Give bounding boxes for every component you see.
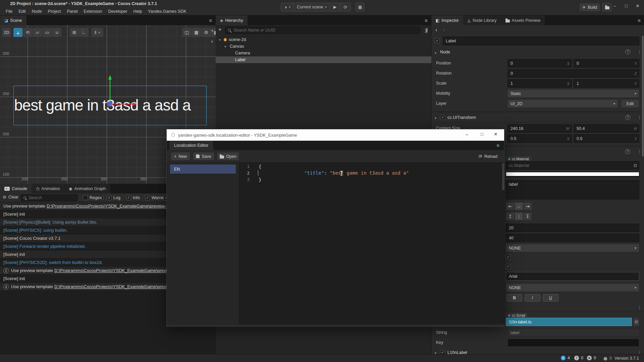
status-info[interactable]: i 4 bbox=[561, 356, 570, 360]
menu-item-extension[interactable]: Extension bbox=[80, 8, 105, 15]
regex-checkbox[interactable] bbox=[83, 195, 88, 200]
menu-item-edit[interactable]: Edit bbox=[15, 8, 29, 15]
pin-icon[interactable] bbox=[427, 28, 427, 33]
chevron-down-icon[interactable]: ▾ bbox=[435, 116, 439, 120]
mobility-select[interactable]: Static▾ bbox=[507, 89, 639, 98]
tab-scene[interactable]: ◪ Scene bbox=[0, 15, 26, 25]
console-clear-button[interactable]: ⊘ Clear bbox=[3, 194, 18, 199]
log-link[interactable]: D:\Programms\CocosProjects\YSDK_ExampleG… bbox=[47, 203, 180, 209]
tree-node-label-selected[interactable]: Label bbox=[216, 56, 431, 63]
align-middle-button[interactable]: ↕ bbox=[515, 212, 523, 220]
tab-assets-preview[interactable]: Assets Preview bbox=[501, 15, 545, 25]
tab-console[interactable]: >_ Console bbox=[0, 184, 32, 193]
font-size-field[interactable]: 20 bbox=[506, 224, 639, 232]
snap-button[interactable]: ⊞ bbox=[70, 28, 79, 37]
position-y-field[interactable]: 0Y bbox=[574, 59, 639, 67]
align-top-button[interactable]: ↥ bbox=[506, 212, 515, 220]
italic-button[interactable]: I bbox=[525, 294, 540, 302]
reload-button[interactable]: ⟳Reload bbox=[475, 152, 501, 161]
play-button[interactable]: ▶ bbox=[330, 3, 340, 11]
tab-node-library[interactable]: ◬ Node Library bbox=[463, 15, 501, 25]
rotation-z-field[interactable]: 0Z bbox=[507, 69, 639, 78]
gizmo-settings-button[interactable]: ‖▾ bbox=[91, 28, 103, 37]
color-swatch[interactable] bbox=[506, 172, 639, 177]
create-node-button[interactable]: + bbox=[218, 27, 221, 33]
build-button[interactable]: ✈ Build bbox=[579, 3, 600, 11]
editor-scrollbar[interactable] bbox=[502, 163, 504, 190]
menu-item-project[interactable]: Project bbox=[45, 8, 64, 15]
help-icon[interactable]: ? bbox=[625, 149, 630, 154]
back-icon[interactable]: ‹ bbox=[435, 27, 437, 33]
tab-animation-graph[interactable]: ◉ Animation Graph bbox=[64, 184, 110, 193]
tab-localization-editor[interactable]: Localization Editor bbox=[169, 141, 213, 150]
menu-item-yandex-games-sdk[interactable]: Yandex.Games SDK bbox=[145, 8, 189, 15]
tree-node-scene-2d[interactable]: ▾ scene-2d bbox=[216, 36, 431, 43]
scale-tool-button[interactable]: ▱ bbox=[33, 28, 42, 37]
label-more-icon[interactable]: ⋮ bbox=[637, 149, 642, 154]
status-warnings[interactable]: ! 0 bbox=[574, 356, 583, 360]
filter-log[interactable]: ✓ Log bbox=[107, 195, 120, 200]
hierarchy-search[interactable] bbox=[225, 27, 420, 34]
uitransform-checkbox[interactable]: ✓ bbox=[440, 115, 445, 120]
inspector-scrollbar[interactable] bbox=[642, 36, 644, 156]
label-option-checkbox[interactable]: ✓ bbox=[506, 255, 511, 260]
node-active-checkbox[interactable]: ✓ bbox=[435, 38, 440, 43]
uitransform-more-icon[interactable]: ⋮ bbox=[637, 115, 642, 120]
refresh-button[interactable]: ⟳ bbox=[340, 3, 351, 11]
bmfont-select[interactable]: NONE▾ bbox=[506, 283, 639, 292]
close-button[interactable]: ✕ bbox=[633, 2, 643, 9]
dialog-close-icon[interactable]: ✕ bbox=[491, 132, 501, 137]
help-icon[interactable]: ? bbox=[625, 115, 630, 120]
anchor-y-field[interactable]: 0.5Y bbox=[574, 134, 639, 143]
maximize-button[interactable]: □ bbox=[621, 2, 631, 9]
asset-picker-icon[interactable]: ⊡ bbox=[634, 163, 637, 168]
layer-edit-button[interactable]: Edit bbox=[621, 99, 639, 108]
help-icon[interactable]: ? bbox=[625, 49, 630, 54]
tab-hierarchy[interactable]: ◈ Hierarchy bbox=[216, 15, 248, 25]
layout-grid-button[interactable]: ▦ bbox=[356, 3, 365, 11]
align-left-button[interactable]: ⇤ bbox=[506, 202, 515, 210]
scale-y-field[interactable]: 1Y bbox=[574, 79, 639, 88]
scene-select[interactable]: Current scene▾ bbox=[294, 3, 330, 11]
content-width-field[interactable]: 240.16W bbox=[507, 124, 572, 133]
console-search[interactable] bbox=[21, 194, 78, 201]
new-button[interactable]: +New bbox=[171, 152, 190, 161]
scene-menu-icon[interactable]: ≡ bbox=[209, 17, 212, 23]
forward-icon[interactable]: › bbox=[443, 27, 445, 33]
chevron-down-icon[interactable]: ▾ bbox=[224, 45, 228, 48]
script-file-field[interactable]: l10n-label.ts bbox=[506, 318, 632, 326]
hierarchy-menu-icon[interactable]: ≡ bbox=[425, 17, 428, 23]
inspector-menu-icon[interactable]: ≡ bbox=[638, 17, 641, 23]
tab-inspector[interactable]: ◧ Inspector bbox=[431, 15, 463, 25]
tree-node-camera[interactable]: Camera bbox=[216, 50, 431, 56]
camera-button[interactable]: ▦ bbox=[192, 28, 201, 37]
dialog-titlebar[interactable]: yandex-games-sdk.localization-editor - Y… bbox=[167, 129, 504, 141]
dialog-minimize-icon[interactable]: – bbox=[462, 132, 472, 137]
info-checkbox[interactable]: ✓ bbox=[126, 195, 131, 200]
language-item-en[interactable]: EN bbox=[170, 165, 236, 174]
align-right-button[interactable]: ⇥ bbox=[523, 202, 532, 210]
dialog-maximize-icon[interactable]: □ bbox=[477, 132, 487, 137]
chevron-down-icon[interactable]: ▾ bbox=[435, 51, 439, 55]
filter-regex[interactable]: Regex bbox=[83, 195, 102, 200]
align-center-button[interactable]: ↔ bbox=[515, 202, 523, 210]
json-code-editor[interactable]: 1 { 2 "title": "best game in t3asd a asd… bbox=[239, 163, 505, 325]
gizmo-plus-icon[interactable]: + bbox=[211, 28, 214, 33]
script-string-field[interactable]: label bbox=[507, 328, 639, 337]
gizmo-collapse-icon[interactable]: ∨ bbox=[211, 39, 213, 44]
view-2d-toggle[interactable]: 2D bbox=[2, 28, 11, 37]
open-button[interactable]: Open bbox=[217, 152, 239, 161]
log-link[interactable]: D:\Programms\CocosProjects\YSDK_ExampleG… bbox=[54, 268, 181, 273]
rect-tool-button[interactable]: ▭ bbox=[43, 28, 52, 37]
content-height-field[interactable]: 50.4H bbox=[574, 124, 639, 133]
menu-item-node[interactable]: Node bbox=[29, 8, 45, 15]
node-name-field[interactable]: Label bbox=[443, 37, 639, 45]
log-link[interactable]: D:\Programms\CocosProjects\YSDK_ExampleG… bbox=[54, 284, 181, 289]
rotate-tool-button[interactable]: ⟲ bbox=[23, 28, 32, 37]
anchor-x-field[interactable]: 0.5X bbox=[507, 134, 572, 143]
string-textarea[interactable]: label bbox=[506, 180, 639, 199]
label-option-checkbox[interactable]: ✓ bbox=[506, 264, 511, 269]
underline-button[interactable]: U bbox=[543, 294, 558, 302]
filter-info[interactable]: ✓ Info bbox=[126, 195, 140, 200]
script-picker-button[interactable]: ⊡ bbox=[633, 318, 639, 326]
